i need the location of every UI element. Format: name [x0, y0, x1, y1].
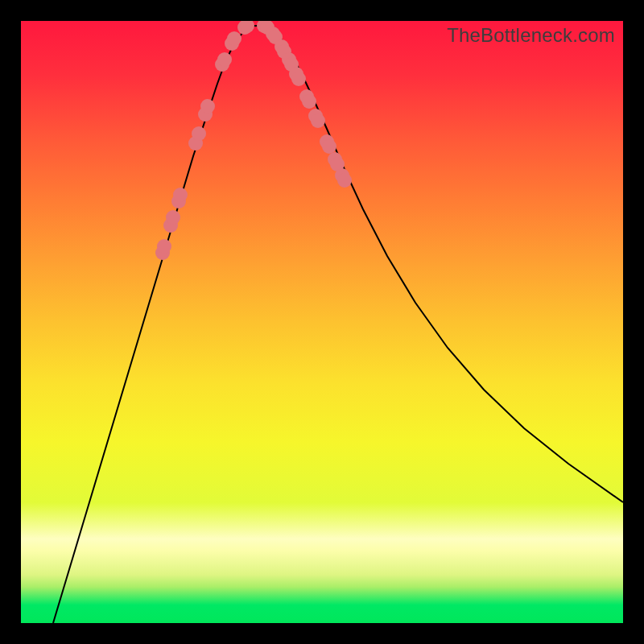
- marker-dot: [166, 210, 180, 225]
- curve-line: [53, 26, 623, 623]
- marker-dot: [217, 52, 232, 67]
- marker-dot: [302, 94, 316, 109]
- marker-dot: [192, 126, 206, 141]
- marker-dot: [337, 173, 352, 188]
- marker-dot: [227, 31, 242, 46]
- marker-dot: [291, 72, 306, 86]
- marker-dot: [322, 139, 336, 154]
- marker-dot: [173, 188, 188, 202]
- marker-dot: [200, 99, 215, 114]
- chart-plot-area: TheBottleneck.com: [21, 21, 623, 623]
- marker-dot: [157, 239, 171, 254]
- chart-svg: [21, 21, 623, 623]
- highlight-markers: [155, 21, 352, 260]
- chart-frame: TheBottleneck.com: [0, 0, 644, 644]
- marker-dot: [311, 114, 325, 128]
